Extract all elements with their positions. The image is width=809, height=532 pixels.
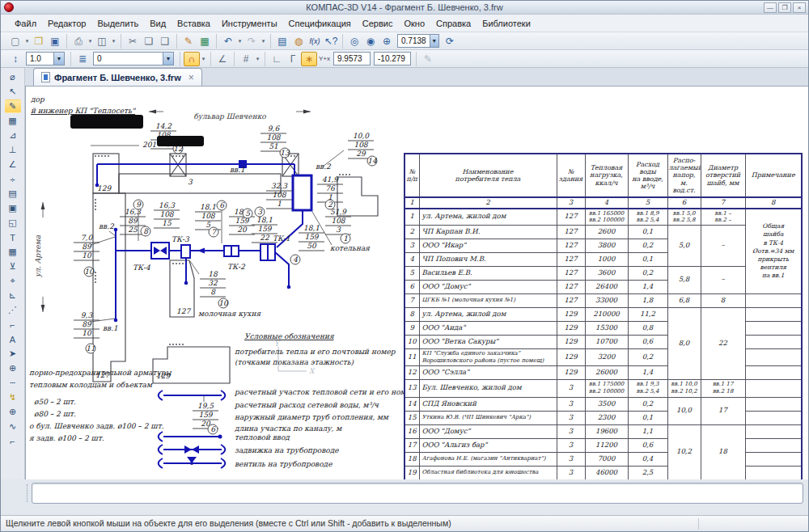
dropdown-arrow-icon[interactable]: ▾ [23,38,31,44]
spreadsheet-icon[interactable]: ▦ [197,34,213,49]
menu-item-7[interactable]: Сервис [357,17,399,30]
restore-button[interactable]: ❐ [778,2,791,13]
pipe-data-value: 18,1 [200,203,216,211]
dropdown-arrow-icon[interactable]: ▾ [110,38,117,44]
dropdown-arrow-icon[interactable]: ▾ [200,56,207,62]
menu-item-3[interactable]: Вид [144,17,172,30]
cut-icon[interactable]: ✂ [125,34,141,49]
print-icon[interactable]: ⎙ [70,34,87,49]
menu-item-6[interactable]: Спецификация [283,17,357,30]
paste-icon[interactable]: ❑ [157,34,173,49]
redo-icon[interactable]: ↷ [244,34,260,49]
layers-icon[interactable]: ≣ [74,52,91,66]
menu-item-8[interactable]: Окно [398,17,430,30]
menu-item-0[interactable]: Файл [9,17,42,30]
menu-item-2[interactable]: Выделить [91,17,144,30]
menu-item-9[interactable]: Справка [430,17,477,30]
base-point-icon[interactable]: ⌖ [5,274,21,288]
construction-tool-icon[interactable]: ⊿ [5,129,21,142]
zoom-scale-combo[interactable]: 0.7138▼ [397,34,439,48]
copy-properties-icon[interactable]: ✎ [180,34,197,49]
library-manager-icon[interactable]: ◍ [290,34,307,49]
pipe-data-value: 15 [162,219,172,227]
table-row: 5Васильев Е.В.12736000,25,8– [404,266,802,280]
dropdown-arrow-icon[interactable]: ▾ [236,38,244,44]
window-title: КОМПАС-3D V14 - Фрагмент Б. Шевченко, 3.… [1,2,808,12]
table-cell: 127 [557,280,585,293]
coord-y-field[interactable]: -10.279 [374,52,411,65]
grid-icon[interactable]: # [238,52,254,66]
local-csys-icon[interactable]: ∟ [269,52,285,66]
ortho-drawing-icon[interactable]: Г [285,52,301,66]
column-number-cell: 8 [745,197,802,209]
menu-item-4[interactable]: Вставка [172,17,216,30]
drawing-area[interactable]: 14,2108118129,6108511310,0108291416,3892… [25,86,809,479]
menu-item-5[interactable]: Инструменты [216,17,283,30]
property-bar-grip[interactable] [27,484,29,502]
close-button[interactable]: × [793,2,806,13]
combo-dropdown-icon[interactable]: ▼ [53,53,64,65]
angle-tool-icon[interactable]: ∠ [5,158,21,171]
line-scale-combo[interactable]: 1.0▼ [26,52,65,65]
tab-close-icon[interactable]: × [188,72,194,83]
table-cell: 11 [404,348,419,365]
fx-icon[interactable]: f(x) [307,34,323,49]
text-down-icon[interactable]: A [5,332,21,346]
drawing-label: 129 [97,184,112,192]
dropdown-arrow-icon[interactable]: ▾ [260,38,267,44]
dropdown-arrow-icon[interactable]: ▾ [254,56,261,62]
current-layer-combo[interactable]: 0▼ [93,52,174,65]
leader-tool-icon[interactable]: ⋰ [5,303,21,317]
rotate-tool-icon[interactable]: ⊕ [5,361,21,375]
lightning-tool-icon[interactable]: ↯ [5,391,21,404]
dash-style-icon[interactable]: ┄ [5,376,21,390]
corner-tool-icon[interactable]: ⌐ [5,434,21,448]
combo-dropdown-icon[interactable]: ▼ [430,35,438,47]
curve-tool-icon[interactable]: ∿ [5,420,21,433]
datum-tool-icon[interactable]: ⊻ [5,260,21,273]
zoom-window-icon[interactable]: ◉ [362,34,379,49]
undo-icon[interactable]: ↶ [220,34,236,49]
document-tab[interactable]: Фрагмент Б. Шевченко, 3.frw × [33,68,202,86]
grid-snap-icon[interactable]: ▦ [5,114,21,128]
diameter-tool-icon[interactable]: ⌀ [5,70,21,84]
open-icon[interactable]: ❐ [31,34,47,49]
doc-settings-icon[interactable]: ◱ [5,216,21,230]
current-layer-combo-value: 0 [94,54,163,63]
angle-dimension-icon[interactable]: ⊾ [5,289,21,302]
quick-pen-icon[interactable]: ✎ [420,52,436,66]
coord-x-field[interactable]: 9.9573 [333,52,371,65]
ratio-tool-icon[interactable]: ÷ [5,172,21,186]
dropdown-arrow-icon[interactable]: ▾ [87,38,94,44]
text-arrow-icon[interactable]: ➤ [5,347,21,361]
copy-icon[interactable]: ❏ [141,34,157,49]
text-tool-icon[interactable]: Т [5,230,21,244]
variables-window-icon[interactable]: ▤ [274,34,290,49]
perpendicular-tool-icon[interactable]: ⊥ [5,143,21,157]
new-document-icon[interactable]: ▢ [7,34,23,49]
refresh-view-icon[interactable]: ⟳ [442,34,458,49]
zoom-area-icon[interactable]: ◎ [346,34,362,49]
highlight-tool-icon[interactable]: ✎ [5,99,21,113]
area-tool-icon[interactable]: ⌐ [5,318,21,331]
menu-item-10[interactable]: Библиотеки [477,17,536,30]
table-tool-icon[interactable]: ▦ [5,245,21,259]
zoom-in-icon[interactable]: ⊕ [379,34,395,49]
combo-dropdown-icon[interactable]: ▼ [163,53,173,65]
center-tool-icon[interactable]: ⊕ [5,405,21,419]
save-icon[interactable]: ▣ [47,34,63,49]
save-fragment-icon[interactable]: ▣ [5,201,21,215]
table-cell: 0,4 [628,452,667,466]
context-help-icon[interactable]: ↖? [323,34,339,49]
round-coords-icon[interactable]: ∗ [301,52,317,66]
sheet-tool-icon[interactable]: ▤ [5,187,21,201]
minimize-button[interactable]: — [764,2,777,13]
pointer-tool-icon[interactable]: ↖ [5,85,21,99]
perpendicular-icon[interactable]: ∠ [214,52,231,66]
resize-doc-icon[interactable]: ↕ [7,52,23,66]
print-preview-icon[interactable]: ◫ [94,34,110,49]
property-bar-input[interactable] [32,483,803,504]
title-bar[interactable]: КОМПАС-3D V14 - Фрагмент Б. Шевченко, 3.… [1,1,808,15]
menu-item-1[interactable]: Редактор [42,17,91,30]
snap-magnet-icon[interactable]: ∩ [184,52,200,66]
